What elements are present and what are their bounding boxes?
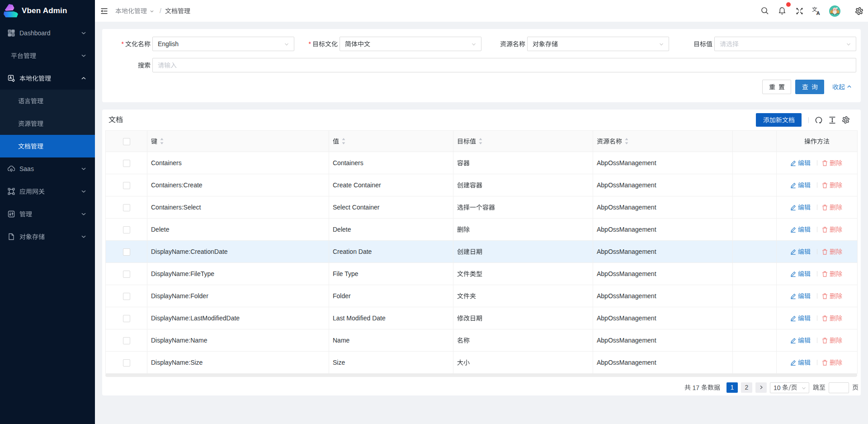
svg-text:A: A: [816, 10, 820, 15]
